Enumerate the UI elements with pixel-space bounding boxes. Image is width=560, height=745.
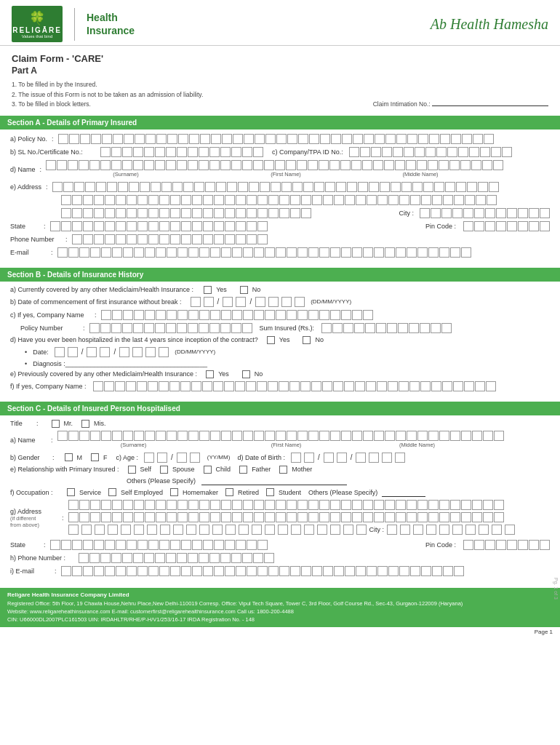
bullet-diagnosis: •	[25, 360, 27, 367]
occ-selfempl-check[interactable]	[108, 488, 116, 496]
currently-covered-no-check[interactable]	[240, 286, 248, 294]
email-row-c: i) E-mail :	[10, 566, 550, 576]
rel-self-check[interactable]	[128, 466, 136, 474]
policy-no-cells[interactable]	[58, 134, 494, 144]
title-mr-check[interactable]	[52, 420, 60, 428]
company-tpa-label: c) Company/TPA ID No.:	[272, 148, 343, 156]
diagnosis-row: • Diagnosis :___________________________…	[25, 360, 550, 367]
student-label-c: Student	[279, 489, 301, 496]
title-label-c: Title	[10, 420, 32, 427]
state-pin-row-c: State : Pin Code :	[10, 540, 550, 550]
first-name-label-c: (First Name)	[210, 442, 363, 448]
title-row-c: Title : Mr. Mis.	[10, 420, 550, 428]
pin-code-label-c: Pin Code :	[425, 541, 456, 549]
child-label-c: Child	[216, 466, 231, 473]
claim-intimation: Claim Intimation No.:	[373, 100, 548, 110]
date-first-label: b) Date of commencement of first insuran…	[10, 298, 182, 306]
instructions: 1. To be filled in by the Insured. 2. Th…	[12, 80, 548, 110]
logo-tagline: Values that bind	[22, 34, 53, 39]
state-label-a: State	[10, 223, 39, 230]
yes2-label: Yes	[279, 336, 290, 343]
if-yes-company2-label: f) If yes, Company Name :	[10, 383, 90, 390]
name-label-a: d) Name	[10, 166, 36, 173]
phone-label-a: Phone Number	[10, 236, 61, 243]
occ-student-check[interactable]	[266, 488, 274, 496]
phone-row-a: Phone Number :	[10, 234, 550, 244]
currently-covered-yes-check[interactable]	[204, 286, 212, 294]
gender-label-c: b) Gender	[10, 454, 48, 461]
hospitalized-row: d) Have you ever been hospitalized in th…	[10, 336, 550, 344]
state-pin-row-a: State : Pin Code :	[10, 221, 550, 231]
name-cells-c: (Surname) (First Name) (Middle Name)	[57, 431, 550, 450]
surname-label-a: (Surname)	[46, 171, 206, 178]
logo-divider	[74, 8, 75, 41]
sum-insured-label: Sum Insured (Rs.):	[260, 324, 315, 332]
if-yes-company-label: c) If yes, Company Name	[10, 311, 90, 319]
address-row-a: e) Address :	[10, 182, 550, 192]
policy-sum-row: Policy Number : Sum Insured (Rs.):	[20, 323, 550, 333]
policy-no-label: a) Policy No.	[10, 135, 47, 143]
title-ms-check[interactable]	[81, 420, 89, 428]
city-row-a: City :	[61, 208, 550, 218]
others-specify-label-c: Others (Please Specify)	[127, 477, 196, 485]
logo-icon: 🍀	[29, 10, 45, 26]
currently-covered-label: a) Currently covered by any other Medicl…	[10, 286, 193, 293]
health-insurance-label: Health Insurance	[87, 11, 135, 37]
sl-no-cells[interactable]	[100, 147, 263, 157]
occupation-row: f) Occupation : Service Self Employed Ho…	[10, 488, 550, 497]
others-specify-line	[201, 477, 347, 485]
yes-label-b: Yes	[216, 286, 227, 293]
gender-m-check[interactable]	[65, 453, 73, 461]
no-label-b: No	[252, 286, 261, 293]
form-title: Claim Form - 'CARE'	[12, 53, 548, 64]
rel-mother-check[interactable]	[279, 466, 287, 474]
policy-no-row: a) Policy No. :	[10, 134, 550, 144]
address-label-c: g) Address	[10, 508, 57, 515]
no3-label: No	[255, 370, 263, 378]
others-specify-row: Others (Please Specify)	[127, 477, 550, 485]
sl-no-label: b) SL No./Certificate No.:	[10, 148, 97, 156]
page-footer: Religare Health Insurance Company Limite…	[0, 588, 560, 627]
others-specify2-line	[382, 488, 425, 497]
m-label-c: M	[77, 454, 83, 461]
others-specify2-label-c: Others (Please Specify)	[308, 489, 377, 496]
slogan: Ab Health Hamesha	[431, 16, 548, 33]
prev-no-check[interactable]	[242, 370, 250, 378]
gender-age-dob-row: b) Gender : M F c) Age : / (YY/MM) d) Da…	[10, 453, 550, 463]
rel-child-check[interactable]	[204, 466, 212, 474]
middle-name-label-c: (Middle Name)	[363, 442, 472, 448]
spouse-label-c: Spouse	[172, 466, 195, 473]
section-a-header: Section A - Details of Primary Insured	[0, 116, 560, 130]
first-name-label-a: (First Name)	[206, 171, 366, 178]
email-row-a: E-mail :	[10, 247, 550, 258]
company-tpa-cells[interactable]	[349, 147, 512, 157]
occ-service-check[interactable]	[67, 488, 75, 496]
footer-company-name: Religare Health Insurance Company Limite…	[7, 591, 553, 599]
logo-text: RELIGĀRE	[12, 26, 62, 34]
hosp-date-row: • Date: / / (DD/MM/YYYY)	[25, 347, 550, 357]
claim-no-line	[432, 105, 548, 106]
hospitalized-no-check[interactable]	[303, 336, 311, 344]
rel-spouse-check[interactable]	[160, 466, 168, 474]
prev-covered-label: e) Previously covered by any other Medic…	[10, 370, 197, 378]
hospitalized-yes-check[interactable]	[267, 336, 275, 344]
phone-label-c: h) Phone Number :	[10, 554, 76, 562]
gender-f-check[interactable]	[91, 453, 99, 461]
policy-number-label: Policy Number	[20, 324, 79, 332]
section-b-header: Section B - Details of Insurance History	[0, 268, 560, 282]
mr-label-c: Mr.	[64, 420, 73, 427]
section-b-body: a) Currently covered by any other Medicl…	[0, 282, 560, 399]
state-label-c: State	[10, 541, 39, 549]
prev-yes-check[interactable]	[206, 370, 214, 378]
dd-mm-yyyy-label: (DD/MM/YYYY)	[311, 298, 351, 305]
date-label-b: Date:	[33, 348, 49, 356]
occ-retired-check[interactable]	[225, 488, 233, 496]
ms-label-c: Mis.	[94, 420, 106, 427]
f-label-c: F	[103, 454, 108, 461]
sl-company-row: b) SL No./Certificate No.: c) Company/TP…	[10, 147, 550, 157]
father-label-c: Father	[252, 466, 271, 473]
rel-father-check[interactable]	[239, 466, 247, 474]
occ-homemaker-check[interactable]	[170, 488, 178, 496]
page-number: Page 1	[0, 627, 560, 637]
city-label-c: City :	[369, 526, 385, 533]
